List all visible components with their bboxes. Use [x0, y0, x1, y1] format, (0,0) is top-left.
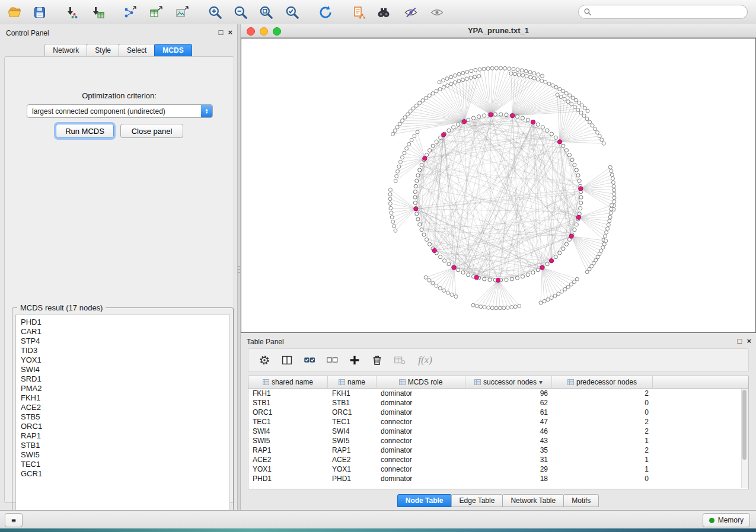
table-cell[interactable]: RAP1 [248, 446, 328, 454]
table-cell[interactable]: TEC1 [328, 418, 377, 426]
table-cell[interactable]: 35 [465, 446, 552, 454]
mcds-result-item[interactable]: PMA2 [16, 384, 229, 393]
close-panel-icon[interactable]: × [747, 336, 751, 345]
mcds-result-item[interactable]: GCR1 [16, 469, 229, 479]
open-folder-button[interactable] [5, 2, 25, 22]
table-cell[interactable]: 47 [465, 418, 552, 426]
table-cell[interactable]: SWI5 [248, 437, 328, 445]
deselect-all-rows-button[interactable] [323, 352, 341, 368]
table-cell[interactable]: SWI4 [328, 427, 377, 435]
hide-graphics-details-button[interactable] [401, 2, 421, 22]
table-cell[interactable]: 0 [552, 408, 653, 416]
table-cell[interactable]: 0 [552, 399, 653, 407]
mcds-result-item[interactable]: FKH1 [16, 393, 229, 403]
table-cell[interactable]: 61 [465, 408, 552, 416]
hide-selected-columns-button[interactable] [391, 352, 409, 368]
table-cell[interactable]: 1 [552, 437, 653, 445]
table-cell[interactable]: 2 [552, 446, 653, 454]
table-cell[interactable]: SWI4 [248, 427, 328, 435]
mcds-result-item[interactable]: TEC1 [16, 460, 229, 469]
mcds-result-item[interactable]: STB1 [16, 441, 229, 450]
memory-button[interactable]: Memory [703, 513, 750, 527]
table-cell[interactable]: ORC1 [328, 408, 377, 416]
table-cell[interactable]: STB1 [248, 399, 328, 407]
show-column-button[interactable] [278, 352, 296, 368]
mcds-result-item[interactable]: PHD1 [16, 318, 229, 327]
close-panel-icon[interactable]: × [228, 28, 232, 37]
table-cell[interactable]: YOX1 [328, 465, 377, 473]
mcds-result-item[interactable]: TID3 [16, 346, 229, 355]
table-row[interactable]: ORC1ORC1dominator610 [248, 408, 748, 417]
table-cell[interactable]: ORC1 [248, 408, 328, 416]
tab-network[interactable]: Network [44, 44, 87, 57]
table-cell[interactable]: ACE2 [328, 456, 377, 464]
table-row[interactable]: FKH1FKH1dominator962 [248, 389, 748, 398]
export-image-button[interactable] [172, 2, 192, 22]
save-session-button[interactable] [30, 2, 50, 22]
show-graphics-details-button[interactable] [427, 2, 447, 22]
close-panel-button[interactable]: Close panel [120, 124, 183, 138]
table-cell[interactable]: 29 [465, 465, 552, 473]
search-binoculars-button[interactable] [374, 2, 394, 22]
export-table-button[interactable] [146, 2, 166, 22]
table-cell[interactable]: TEC1 [248, 418, 328, 426]
table-cell[interactable]: FKH1 [328, 389, 377, 398]
delete-rows-button[interactable] [368, 352, 386, 368]
optimization-criterion-select[interactable]: largest connected component (undirected)… [27, 104, 213, 118]
refresh-view-button[interactable] [315, 2, 336, 22]
table-cell[interactable]: ACE2 [248, 456, 328, 464]
table-cell[interactable]: SWI5 [328, 437, 377, 445]
table-cell[interactable]: STB1 [328, 399, 377, 407]
table-cell[interactable]: dominator [377, 446, 465, 454]
tab-edge-table[interactable]: Edge Table [451, 494, 503, 507]
table-cell[interactable]: dominator [377, 389, 465, 398]
table-cell[interactable]: FKH1 [248, 389, 328, 398]
mcds-result-item[interactable]: SWI5 [16, 450, 229, 460]
table-cell[interactable]: 2 [552, 418, 653, 426]
table-cell[interactable]: dominator [377, 399, 465, 407]
table-row[interactable]: PHD1PHD1dominator180 [248, 474, 748, 483]
network-window-titlebar[interactable]: YPA_prune.txt_1 [241, 24, 756, 38]
mcds-result-item[interactable]: ORC1 [16, 422, 229, 431]
mcds-result-item[interactable]: SRD1 [16, 374, 229, 384]
zoom-fit-button[interactable] [256, 2, 276, 22]
table-cell[interactable]: 62 [465, 399, 552, 407]
network-canvas[interactable] [241, 39, 755, 332]
table-cell[interactable]: 1 [552, 465, 653, 473]
mcds-result-item[interactable]: RAP1 [16, 431, 229, 441]
table-cell[interactable]: 2 [552, 389, 653, 398]
tab-select[interactable]: Select [119, 44, 155, 57]
table-cell[interactable]: 1 [552, 456, 653, 464]
table-cell[interactable]: connector [377, 465, 465, 473]
export-document-button[interactable] [349, 2, 369, 22]
tab-network-table[interactable]: Network Table [502, 494, 564, 507]
status-menu-button[interactable]: ≡ [5, 513, 23, 527]
zoom-selected-button[interactable] [282, 2, 302, 22]
table-row[interactable]: YOX1YOX1connector291 [248, 464, 748, 474]
table-row[interactable]: RAP1RAP1dominator352 [248, 446, 748, 455]
table-cell[interactable]: connector [377, 456, 465, 464]
table-cell[interactable]: 43 [465, 437, 552, 445]
table-row[interactable]: SWI4SWI4dominator462 [248, 427, 748, 436]
table-cell[interactable]: dominator [377, 408, 465, 416]
import-table-button[interactable] [88, 2, 108, 22]
table-cell[interactable]: 96 [465, 389, 552, 398]
table-cell[interactable]: PHD1 [248, 475, 328, 483]
table-cell[interactable]: 0 [552, 475, 653, 483]
run-mcds-button[interactable]: Run MCDS [56, 124, 114, 138]
tab-node-table[interactable]: Node Table [397, 494, 452, 507]
float-panel-icon[interactable]: □ [738, 336, 742, 345]
table-cell[interactable]: 18 [465, 475, 552, 483]
table-cell[interactable]: 2 [552, 427, 653, 435]
column-header-predecessor-nodes[interactable]: predecessor nodes [552, 376, 653, 388]
table-row[interactable]: SWI5SWI5connector431 [248, 436, 748, 446]
table-cell[interactable]: dominator [377, 475, 465, 483]
mcds-result-list[interactable]: PHD1CAR1STP4TID3YOX1SWI4SRD1PMA2FKH1ACE2… [15, 315, 230, 527]
mcds-result-item[interactable]: STP4 [16, 336, 229, 346]
table-cell[interactable]: dominator [377, 427, 465, 435]
apply-function-button[interactable]: f(x) [413, 352, 437, 368]
table-cell[interactable]: YOX1 [248, 465, 328, 473]
table-cell[interactable]: 31 [465, 456, 552, 464]
search-input[interactable] [595, 7, 742, 17]
table-cell[interactable]: PHD1 [328, 475, 377, 483]
